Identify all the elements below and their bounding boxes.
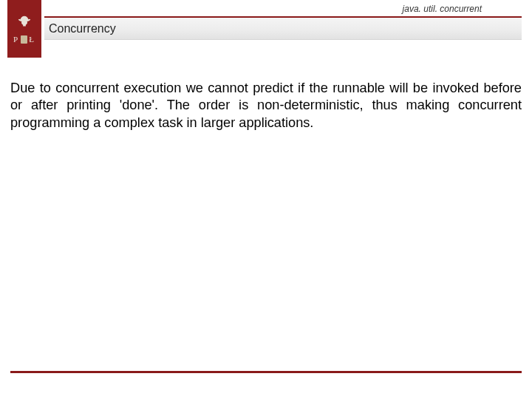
package-name: java. util. concurrent <box>403 4 482 14</box>
title-bar: Concurrency <box>44 18 522 40</box>
slide-title: Concurrency <box>49 22 116 35</box>
slide-body: Due to concurrent execution we cannot pr… <box>10 80 522 132</box>
institution-logo: P Ł <box>7 0 41 58</box>
eagle-icon <box>16 14 33 30</box>
crest-icon <box>21 35 27 44</box>
slide-header: java. util. concurrent P Ł Concurrency <box>0 0 532 59</box>
logo-letter-left: P <box>13 35 19 44</box>
footer-rule <box>10 371 522 373</box>
logo-letter-right: Ł <box>29 35 35 44</box>
body-paragraph: Due to concurrent execution we cannot pr… <box>10 80 522 132</box>
logo-letters: P Ł <box>13 35 35 44</box>
